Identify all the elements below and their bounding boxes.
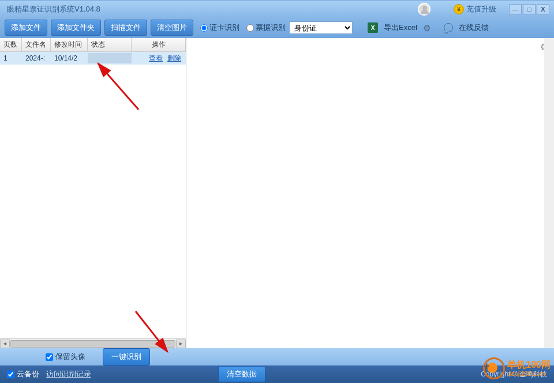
clear-images-button[interactable]: 清空图片 bbox=[151, 20, 193, 36]
toolbar: 添加文件 添加文件夹 扫描文件 清空图片 证卡识别 票据识别 身份证 X 导出E… bbox=[0, 17, 554, 38]
keep-avatar-checkbox[interactable]: 保留头像 bbox=[46, 352, 85, 362]
titlebar: 眼精星票证识别系统V1.04.8 ¥ 充值升级 — □ X bbox=[0, 0, 554, 17]
add-file-button[interactable]: 添加文件 bbox=[5, 20, 47, 36]
cell-filename: 2024-: bbox=[22, 53, 51, 63]
cell-status bbox=[88, 53, 132, 63]
add-folder-button[interactable]: 添加文件夹 bbox=[51, 20, 101, 36]
watermark-logo-icon bbox=[483, 357, 505, 379]
action-bar: 保留头像 一键识别 bbox=[0, 348, 554, 365]
cell-pages: 1 bbox=[0, 53, 22, 63]
watermark-cn: 单机100网 bbox=[507, 360, 551, 370]
recharge-link[interactable]: 充值升级 bbox=[466, 4, 496, 14]
table-row[interactable]: 1 2024-: 10/14/2 查看 删除 bbox=[0, 52, 186, 65]
maximize-button[interactable]: □ bbox=[523, 4, 536, 14]
close-button[interactable]: X bbox=[537, 4, 549, 14]
file-list-panel: 页数 文件名 修改时间 状态 操作 1 2024-: 10/14/2 查看 删除 bbox=[0, 38, 186, 348]
status-bar: 云备份 访问识别记录 清空数据 Copyright © 金鸣科技 bbox=[0, 365, 554, 383]
view-link[interactable]: 查看 bbox=[149, 54, 163, 63]
receipt-radio[interactable]: 票据识别 bbox=[246, 22, 286, 33]
history-link[interactable]: 访问识别记录 bbox=[46, 369, 91, 379]
app-title: 眼精星票证识别系统V1.04.8 bbox=[7, 4, 100, 14]
col-filename: 文件名 bbox=[22, 38, 51, 51]
recognize-button[interactable]: 一键识别 bbox=[103, 348, 150, 365]
export-excel-link[interactable]: 导出Excel bbox=[384, 22, 417, 33]
delete-link[interactable]: 删除 bbox=[167, 54, 181, 63]
minimize-button[interactable]: — bbox=[509, 4, 522, 14]
doc-type-select[interactable]: 身份证 bbox=[289, 21, 353, 34]
scroll-right-icon[interactable]: ► bbox=[176, 340, 186, 348]
cert-radio[interactable]: 证卡识别 bbox=[200, 22, 239, 33]
avatar-icon[interactable] bbox=[418, 3, 431, 16]
scan-file-button[interactable]: 扫描文件 bbox=[104, 20, 147, 36]
cell-mtime: 10/14/2 bbox=[51, 53, 88, 63]
col-mtime: 修改时间 bbox=[51, 38, 88, 51]
table-header: 页数 文件名 修改时间 状态 操作 bbox=[0, 38, 186, 52]
feedback-link[interactable]: 在线反馈 bbox=[459, 22, 489, 33]
scroll-left-icon[interactable]: ◄ bbox=[0, 340, 10, 348]
excel-icon: X bbox=[368, 22, 378, 33]
watermark: 单机100网 danji100.com bbox=[483, 357, 551, 379]
col-ops: 操作 bbox=[132, 38, 186, 51]
watermark-en: danji100.com bbox=[507, 370, 551, 377]
preview-panel: ⚙ bbox=[186, 38, 554, 348]
vertical-scrollbar[interactable] bbox=[544, 38, 554, 348]
col-status: 状态 bbox=[88, 38, 132, 51]
clear-data-button[interactable]: 清空数据 bbox=[218, 366, 265, 382]
col-pages: 页数 bbox=[0, 38, 22, 51]
chat-icon bbox=[444, 23, 453, 32]
horizontal-scrollbar[interactable]: ◄ ► bbox=[0, 338, 186, 348]
coin-icon: ¥ bbox=[454, 4, 464, 14]
scroll-thumb[interactable] bbox=[10, 340, 175, 348]
gear-icon[interactable]: ⚙ bbox=[423, 23, 432, 32]
cloud-backup-checkbox[interactable]: 云备份 bbox=[7, 369, 39, 379]
content-area: 页数 文件名 修改时间 状态 操作 1 2024-: 10/14/2 查看 删除 bbox=[0, 38, 554, 348]
